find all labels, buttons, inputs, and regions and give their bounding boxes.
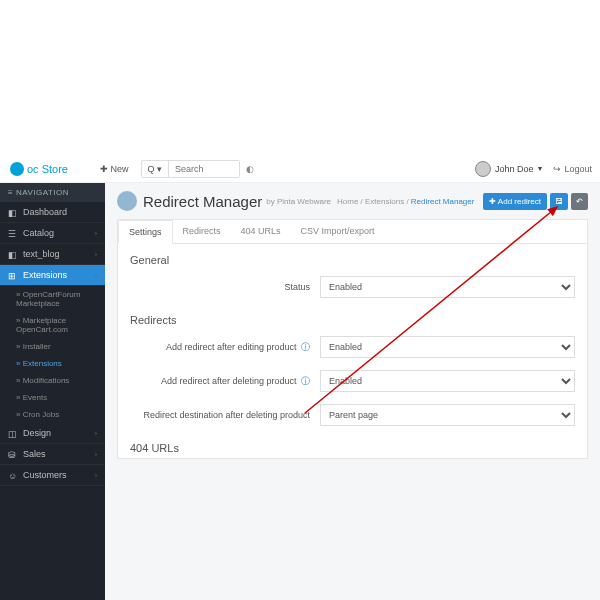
extensions-icon: ⊞ — [8, 271, 17, 280]
main-content: Redirect Manager by Pinta Webware Home /… — [105, 183, 600, 600]
section-general: General — [118, 244, 587, 270]
sidebar-item-extensions[interactable]: ⊞Extensions› — [0, 265, 105, 286]
sidebar-item-dashboard[interactable]: ◧Dashboard — [0, 202, 105, 223]
sidebar-item-design[interactable]: ◫Design› — [0, 423, 105, 444]
add-delete-select[interactable]: Enabled — [320, 370, 575, 392]
sidebar-item-customers[interactable]: ☺Customers› — [0, 465, 105, 486]
logout-icon: ↪ — [553, 164, 561, 174]
status-label: Status — [130, 282, 320, 292]
user-menu[interactable]: John Doe ▼ — [469, 161, 549, 177]
brand-badge-icon — [10, 162, 24, 176]
breadcrumb-home[interactable]: Home — [337, 197, 358, 206]
section-redirects: Redirects — [118, 304, 587, 330]
search-input[interactable] — [169, 161, 239, 177]
loading-icon: ◐ — [246, 164, 254, 174]
status-select[interactable]: Enabled — [320, 276, 575, 298]
chevron-right-icon: › — [95, 430, 97, 437]
dest-select[interactable]: Parent page — [320, 404, 575, 426]
search-group: Q ▾ — [141, 160, 241, 178]
tab-redirects[interactable]: Redirects — [173, 220, 231, 243]
nav-heading: ≡ NAVIGATION — [0, 183, 105, 202]
sidebar: ≡ NAVIGATION ◧Dashboard ☰Catalog› ◧text_… — [0, 183, 105, 600]
avatar-icon — [475, 161, 491, 177]
logout-button[interactable]: ↪ Logout — [549, 164, 596, 174]
section-404: 404 URLs — [118, 432, 587, 458]
chevron-right-icon: › — [95, 251, 97, 258]
sidebar-item-sales[interactable]: ⛁Sales› — [0, 444, 105, 465]
brand-text: oc Store — [27, 163, 68, 175]
design-icon: ◫ — [8, 429, 17, 438]
add-redirect-button[interactable]: ✚ Add redirect — [483, 193, 547, 210]
chevron-right-icon: › — [95, 451, 97, 458]
save-button[interactable]: 🖫 — [550, 193, 568, 210]
sidebar-sub-marketplace[interactable]: » Marketplace OpenCart.com — [0, 312, 105, 338]
catalog-icon: ☰ — [8, 229, 17, 238]
tabs: Settings Redirects 404 URLs CSV Import/e… — [118, 220, 587, 244]
customers-icon: ☺ — [8, 471, 17, 480]
sales-icon: ⛁ — [8, 450, 17, 459]
tab-settings[interactable]: Settings — [118, 220, 173, 244]
sidebar-sub-modifications[interactable]: » Modifications — [0, 372, 105, 389]
page-subtitle: by Pinta Webware — [266, 197, 331, 206]
search-scope-button[interactable]: Q ▾ — [142, 161, 170, 177]
breadcrumb-current: Redirect Manager — [411, 197, 475, 206]
page-header: Redirect Manager by Pinta Webware Home /… — [105, 183, 600, 219]
sidebar-sub-cron[interactable]: » Cron Jobs — [0, 406, 105, 423]
page-title: Redirect Manager — [143, 193, 262, 210]
chevron-right-icon: › — [95, 230, 97, 237]
sidebar-sub-installer[interactable]: » Installer — [0, 338, 105, 355]
new-button[interactable]: ✚ New — [94, 161, 135, 177]
sidebar-item-textblog[interactable]: ◧text_blog› — [0, 244, 105, 265]
sidebar-sub-events[interactable]: » Events — [0, 389, 105, 406]
add-delete-label: Add redirect after deleting product ⓘ — [130, 375, 320, 388]
info-icon[interactable]: ⓘ — [301, 342, 310, 352]
dest-label: Redirect destination after deleting prod… — [130, 410, 320, 420]
breadcrumb-extensions[interactable]: Extensions — [365, 197, 404, 206]
tab-404[interactable]: 404 URLs — [231, 220, 291, 243]
top-bar: oc Store ✚ New Q ▾ ◐ John Doe ▼ ↪ Logout — [0, 155, 600, 183]
save-icon: 🖫 — [555, 197, 563, 206]
breadcrumb: Home / Extensions / Redirect Manager — [337, 197, 474, 206]
chevron-right-icon: › — [95, 472, 97, 479]
chevron-right-icon: › — [95, 272, 97, 279]
redirect-icon — [117, 191, 137, 211]
add-edit-label: Add redirect after editing product ⓘ — [130, 341, 320, 354]
info-icon[interactable]: ⓘ — [301, 376, 310, 386]
sidebar-sub-extensions[interactable]: » Extensions — [0, 355, 105, 372]
back-icon: ↶ — [576, 197, 583, 206]
tab-csv[interactable]: CSV Import/export — [291, 220, 385, 243]
blog-icon: ◧ — [8, 250, 17, 259]
dashboard-icon: ◧ — [8, 208, 17, 217]
user-name: John Doe — [495, 164, 534, 174]
settings-panel: Settings Redirects 404 URLs CSV Import/e… — [117, 219, 588, 459]
back-button[interactable]: ↶ — [571, 193, 588, 210]
sidebar-item-catalog[interactable]: ☰Catalog› — [0, 223, 105, 244]
add-edit-select[interactable]: Enabled — [320, 336, 575, 358]
sidebar-sub-ocforum[interactable]: » OpenCartForum Marketplace — [0, 286, 105, 312]
brand-logo[interactable]: oc Store — [4, 162, 74, 176]
